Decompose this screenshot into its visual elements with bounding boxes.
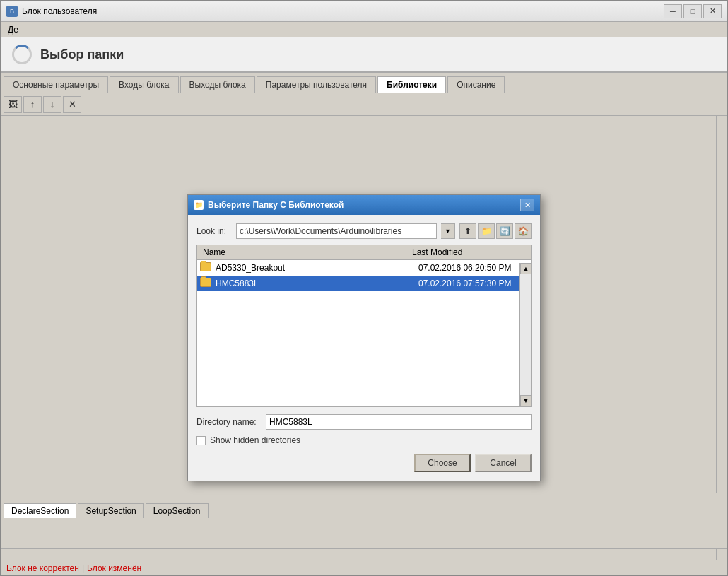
look-in-dropdown-arrow[interactable]: ▼ xyxy=(441,223,455,239)
minimize-button[interactable]: ─ xyxy=(664,4,682,18)
title-bar-controls: ─ □ ✕ xyxy=(664,4,722,18)
status-bar: Блок не корректен | Блок изменён xyxy=(1,560,727,575)
dir-name-input[interactable] xyxy=(266,414,532,430)
tab-vyhody[interactable]: Выходы блока xyxy=(180,76,255,93)
tab-opisanie[interactable]: Описание xyxy=(447,76,505,93)
vscroll-track[interactable] xyxy=(520,274,531,395)
maximize-button[interactable]: □ xyxy=(683,4,702,18)
look-in-path-display[interactable]: c:\Users\Work\Documents\Arduino\librarie… xyxy=(236,223,437,239)
main-tabs-bar: Основные параметры Входы блока Выходы бл… xyxy=(1,73,727,93)
toolbar-up-btn[interactable]: ↑ xyxy=(23,96,42,113)
tab-parametry[interactable]: Параметры пользователя xyxy=(257,76,376,93)
file-list-container: Name Last Modified AD5330_Breakout 07.02… xyxy=(196,245,532,407)
dialog-body: Look in: c:\Users\Work\Documents\Arduino… xyxy=(188,215,540,481)
menu-item-de[interactable]: Де xyxy=(4,23,23,36)
nav-up-button[interactable]: ⬆ xyxy=(459,223,476,239)
status-separator: | xyxy=(82,563,84,573)
new-folder-button[interactable]: 📁 xyxy=(478,223,495,239)
file-list-header: Name Last Modified xyxy=(197,245,531,260)
toolbar-image-btn[interactable]: 🖼 xyxy=(4,96,22,113)
dir-name-row: Directory name: xyxy=(196,414,532,430)
spinner xyxy=(12,45,32,64)
look-in-row: Look in: c:\Users\Work\Documents\Arduino… xyxy=(196,223,532,239)
folder-dialog: 📁 Выберите Папку С Библиотекой ✕ Look in… xyxy=(187,194,541,481)
dialog-close-button[interactable]: ✕ xyxy=(520,199,534,211)
choose-button[interactable]: Choose xyxy=(414,454,471,472)
show-hidden-label[interactable]: Show hidden directories xyxy=(210,435,300,445)
file-row-ad5330[interactable]: AD5330_Breakout 07.02.2016 06:20:50 PM xyxy=(197,260,531,276)
tab-vhody[interactable]: Входы блока xyxy=(110,76,178,93)
title-bar: B Блок пользователя ─ □ ✕ xyxy=(1,1,727,22)
main-window: B Блок пользователя ─ □ ✕ Де Выбор папки… xyxy=(0,0,728,576)
menu-bar: Де xyxy=(1,22,727,37)
file-row-hmc5883l[interactable]: HMC5883L 07.02.2016 07:57:30 PM xyxy=(197,276,531,291)
col-last-modified[interactable]: Last Modified xyxy=(406,245,519,259)
loading-bar: Выбор папки xyxy=(1,37,727,73)
vscroll-up[interactable]: ▲ xyxy=(520,263,532,274)
refresh-button[interactable]: 🔄 xyxy=(496,223,513,239)
content-area: DeclareSection SetupSection LoopSection … xyxy=(1,116,727,560)
vscroll-down[interactable]: ▼ xyxy=(520,395,532,406)
dialog-title-left: 📁 Выберите Папку С Библиотекой xyxy=(194,200,344,210)
toolbar-down-btn[interactable]: ↓ xyxy=(43,96,61,113)
look-in-label: Look in: xyxy=(196,226,232,236)
file-list-vscroll[interactable]: ▲ ▼ xyxy=(519,263,531,406)
folder-icon-hmc5883l xyxy=(200,278,213,289)
toolbar-delete-btn[interactable]: ✕ xyxy=(63,96,81,113)
dialog-btn-row: Choose Cancel xyxy=(196,454,532,472)
home-button[interactable]: 🏠 xyxy=(515,223,532,239)
dialog-icon: 📁 xyxy=(194,200,204,210)
file-date-hmc5883l: 07.02.2016 07:57:30 PM xyxy=(418,278,528,288)
show-hidden-checkbox[interactable] xyxy=(196,436,206,445)
app-icon: B xyxy=(6,6,18,17)
checkbox-row: Show hidden directories xyxy=(196,435,532,445)
window-title: Блок пользователя xyxy=(22,6,97,16)
dialog-title-text: Выберите Папку С Библиотекой xyxy=(208,200,344,210)
title-bar-left: B Блок пользователя xyxy=(6,6,97,17)
look-in-buttons: ⬆ 📁 🔄 🏠 xyxy=(459,223,532,239)
close-button[interactable]: ✕ xyxy=(703,4,722,18)
file-date-ad5330: 07.02.2016 06:20:50 PM xyxy=(418,263,528,273)
file-name-ad5330: AD5330_Breakout xyxy=(216,263,418,273)
dialog-title-bar: 📁 Выберите Папку С Библиотекой ✕ xyxy=(188,195,540,215)
status-error: Блок не корректен xyxy=(6,563,79,573)
toolbar: 🖼 ↑ ↓ ✕ xyxy=(1,93,727,116)
dir-name-label: Directory name: xyxy=(196,417,260,427)
status-changed: Блок изменён xyxy=(87,563,141,573)
cancel-button[interactable]: Cancel xyxy=(475,454,532,472)
col-name[interactable]: Name xyxy=(197,245,406,259)
folder-icon-ad5330 xyxy=(200,262,213,274)
tab-osnovnye[interactable]: Основные параметры xyxy=(4,76,108,93)
file-name-hmc5883l: HMC5883L xyxy=(216,278,418,288)
loading-title: Выбор папки xyxy=(40,47,124,62)
tab-biblioteki[interactable]: Библиотеки xyxy=(377,76,446,93)
dialog-overlay: 📁 Выберите Папку С Библиотекой ✕ Look in… xyxy=(1,116,727,560)
